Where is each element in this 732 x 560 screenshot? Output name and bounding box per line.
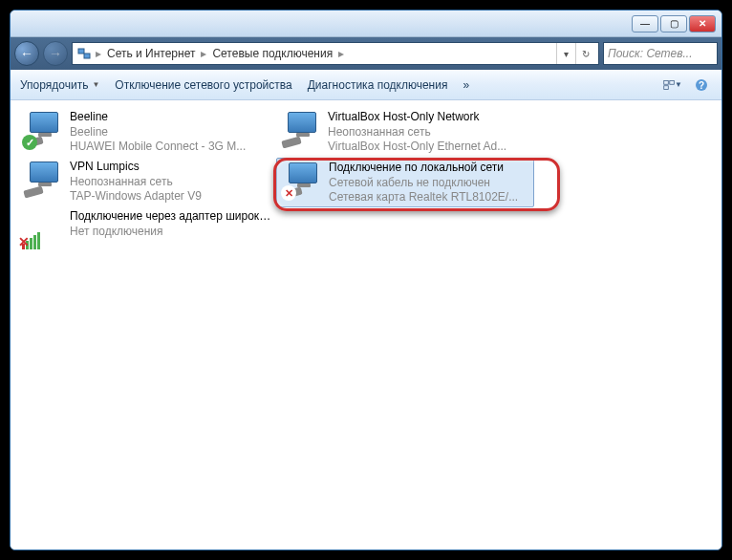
help-icon[interactable]: ?	[691, 75, 712, 96]
connection-icon	[280, 110, 320, 150]
back-button[interactable]: ←	[14, 41, 39, 66]
connection-device: Сетевая карта Realtek RTL8102E/...	[329, 190, 518, 205]
connection-status: Неопознанная сеть	[328, 125, 506, 140]
svg-rect-2	[664, 80, 669, 84]
content-area: ✓ Beeline Beeline HUAWEI Mobile Connect …	[11, 100, 721, 549]
connection-name: Beeline	[70, 110, 246, 125]
search-input[interactable]: Поиск: Сетев...	[603, 42, 718, 65]
connection-item-selected[interactable]: ✕ Подключение по локальной сети Сетевой …	[276, 158, 534, 207]
connection-status: Нет подключения	[70, 225, 272, 240]
connection-device: VirtualBox Host-Only Ethernet Ad...	[328, 140, 506, 155]
connection-name: VirtualBox Host-Only Network	[328, 110, 506, 125]
svg-text:?: ?	[699, 80, 704, 91]
close-button[interactable]: ✕	[689, 15, 716, 32]
connection-name: VPN Lumpics	[70, 160, 202, 175]
status-error-icon: ✕	[18, 234, 30, 249]
minimize-button[interactable]: —	[632, 15, 658, 32]
connection-item[interactable]: ✕ Подключение через адаптер широкополосн…	[18, 207, 276, 257]
breadcrumb-sep: ▸	[197, 47, 210, 60]
connection-item[interactable]: VirtualBox Host-Only Network Неопознанна…	[276, 108, 534, 158]
explorer-window: — ▢ ✕ ← → ▸ Сеть и Интернет ▸ Сетевые по…	[10, 10, 722, 550]
svg-rect-3	[670, 80, 675, 84]
connection-status: Неопознанная сеть	[70, 175, 202, 190]
toolbar-more[interactable]: »	[463, 78, 469, 92]
breadcrumb-item[interactable]: Сеть и Интернет	[105, 47, 197, 60]
connection-icon: ✕	[22, 209, 62, 249]
connection-item[interactable]: VPN Lumpics Неопознанная сеть TAP-Window…	[18, 158, 276, 207]
status-error-icon: ✕	[281, 185, 296, 201]
toolbar: Упорядочить▼ Отключение сетевого устройс…	[11, 70, 721, 100]
connection-device: TAP-Windows Adapter V9	[70, 189, 202, 205]
connection-item[interactable]: ✓ Beeline Beeline HUAWEI Mobile Connect …	[18, 108, 276, 158]
connection-status: Beeline	[70, 125, 246, 140]
connection-device: HUAWEI Mobile Connect - 3G M...	[70, 140, 246, 155]
connection-status: Сетевой кабель не подключен	[329, 176, 518, 191]
connection-icon	[22, 160, 62, 200]
forward-button[interactable]: →	[43, 41, 68, 66]
refresh-button[interactable]: ↻	[575, 43, 594, 64]
maximize-button[interactable]: ▢	[660, 15, 687, 32]
connection-name: Подключение через адаптер широкополосной…	[70, 209, 272, 225]
address-bar[interactable]: ▸ Сеть и Интернет ▸ Сетевые подключения …	[72, 42, 599, 65]
address-dropdown[interactable]: ▾	[556, 43, 575, 64]
titlebar: — ▢ ✕	[11, 11, 721, 37]
diagnose-button[interactable]: Диагностика подключения	[308, 78, 448, 92]
navbar: ← → ▸ Сеть и Интернет ▸ Сетевые подключе…	[11, 37, 721, 70]
status-ok-icon: ✓	[22, 135, 37, 150]
svg-rect-1	[84, 54, 90, 58]
svg-rect-4	[664, 85, 669, 89]
organize-menu[interactable]: Упорядочить▼	[20, 78, 99, 92]
breadcrumb-item[interactable]: Сетевые подключения	[210, 47, 334, 60]
breadcrumb-sep: ▸	[92, 47, 105, 60]
disable-device-button[interactable]: Отключение сетевого устройства	[115, 78, 291, 92]
connection-icon: ✓	[22, 110, 62, 150]
svg-rect-0	[78, 49, 84, 54]
breadcrumb-sep: ▸	[334, 47, 348, 60]
connection-icon: ✕	[281, 161, 321, 201]
network-icon	[76, 46, 92, 61]
connection-name: Подключение по локальной сети	[329, 161, 518, 176]
view-options-icon[interactable]: ▼	[662, 75, 683, 96]
